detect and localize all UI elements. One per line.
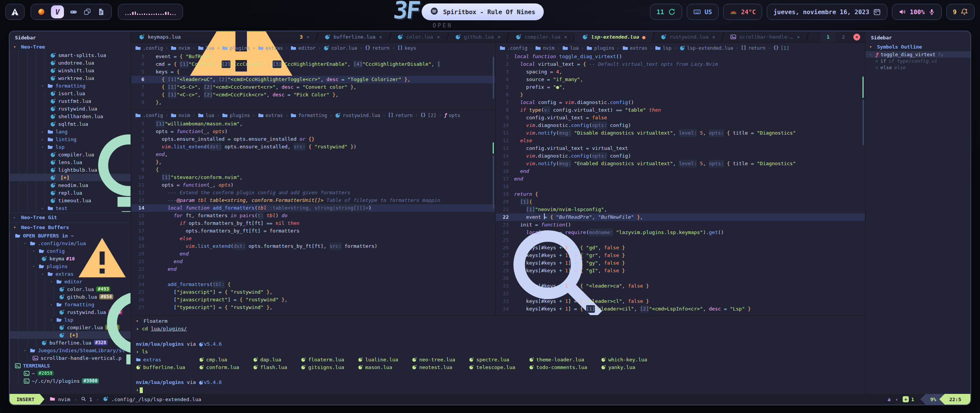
code-line[interactable]: 34 keys[#keys + 1] = { [1]"<leader>cil",… [496,305,865,313]
launcher-button[interactable] [5,4,24,20]
tree-item[interactable]: lsp-extended.lu[+] [10,331,131,339]
chevron-down-icon[interactable]: ▾ [50,302,54,307]
scrollbar[interactable] [493,57,494,99]
code-line[interactable]: 19 vim.list_extend(dst: opts.formatters_… [131,242,495,250]
code-line[interactable]: 15 vim.notify(msg: "Enabled diagnostics … [496,160,865,167]
ls-entry[interactable]: theme-loader.lua [529,356,587,363]
tab-color-lua[interactable]: color.lua× [390,31,448,42]
module-date[interactable]: jueves, noviembre 16, 2023 [767,4,887,20]
breadcrumb-item[interactable]: lsp [655,45,671,51]
breadcrumb-item[interactable]: lua [198,112,214,118]
code-line[interactable]: 13 ---@param tbl table<string, conform.F… [131,197,495,204]
ls-entry[interactable]: flash.lua [253,363,287,371]
tab-close-icon[interactable]: × [307,34,309,40]
editor-pane-lsp-extended-lua[interactable]: .config›nvim›lua›plugins›extras›lsp›lsp-… [496,43,865,315]
statusline-window[interactable]: 1 [81,396,92,403]
workspace-firefox[interactable] [37,8,46,16]
chevron-down-icon[interactable]: ▾ [24,241,28,246]
workspace-windows-stack[interactable] [83,8,91,16]
code-line[interactable]: 17end [496,175,865,183]
tree-item[interactable]: lsp-extended.lu[+] [10,174,131,181]
module-weather[interactable]: 24°C [723,4,763,20]
tree-item[interactable]: ▾Juegos/Indies/SteamLibrary/st [10,346,131,354]
breadcrumb-item[interactable]: rustywind.lua [335,112,380,118]
ls-entry[interactable]: yanky.lua [601,363,647,371]
breadcrumb-item[interactable]: .config [135,112,163,118]
code-line[interactable]: 17 opts.formatters_by_ft[ft] = formatter… [131,227,495,235]
code-line[interactable]: 22 end [131,265,495,273]
code-line[interactable]: 21 end [131,258,495,265]
ls-entry[interactable]: mason.lua [358,363,398,371]
code-line[interactable]: 10 [1]"stevearc/conform.nvim", [131,174,495,181]
module-keyboard-layout[interactable]: US [687,4,719,20]
tab-close-icon[interactable]: × [797,34,800,40]
breadcrumb-item[interactable]: nvim [171,112,190,118]
tree-item[interactable]: rustywind.lua [10,105,131,112]
code-line[interactable]: 32 [496,290,865,298]
ls-entry[interactable]: cmp.lua [199,356,239,363]
workspace-neovim[interactable]: V [51,5,64,18]
ls-entry[interactable]: lualine.lua [358,356,398,363]
code-line[interactable]: 2 local virtual_text = { -- Default virt… [496,60,865,68]
tree-item[interactable]: keymaps.lua#10 [10,255,131,262]
breadcrumb-item[interactable]: []return [388,112,413,118]
breadcrumb-item[interactable]: {}return [365,45,389,51]
chevron-right-icon[interactable]: ▸ [41,130,45,134]
symbols-outline-header[interactable]: ▾ Symbols Outline [866,42,970,51]
close-all-icon[interactable]: × [853,34,860,41]
code-line[interactable]: 19return { [496,190,865,198]
tree-item[interactable]: smart-splits.lua [10,51,131,59]
breadcrumb-item[interactable]: nvim [171,45,190,51]
floaterm-panel[interactable]: ▾ Floaterm › cd lua/plugins/ nvim/lua/pl… [131,315,865,394]
tree-item[interactable]: ▾formatting [10,82,131,89]
scrollbar[interactable] [493,155,494,209]
code-line[interactable]: 15 for ft, formatters in pairs(t: tbl) d… [131,212,495,220]
tab-github-lua[interactable]: github.lua× [448,31,508,42]
tab-close-icon[interactable]: × [712,34,715,40]
code-line[interactable]: 6 { [1]"<leader>uC", [2]"<cmd>CccHighlig… [131,76,495,83]
code-line[interactable]: 3 [1]"williamboman/mason.nvim", [131,120,495,128]
ls-entry[interactable]: bufferline.lua [136,363,185,371]
code-line[interactable]: 24 add_formatters(tbl: { [131,281,495,288]
code-line[interactable]: 25 [496,236,865,244]
code-line[interactable]: 23 init = function() [496,221,865,229]
code-line[interactable]: 20 end [131,250,495,258]
code-line[interactable]: 1local function toggle_diag_virtext() [496,53,865,60]
breadcrumb-item[interactable]: formatting [291,112,327,118]
outline-item[interactable]: ◇elseelse [866,64,970,71]
ls-entry[interactable]: gitsigns.lua [301,363,344,371]
ls-entry[interactable]: conform.lua [199,363,239,371]
code-line[interactable]: 3 event = { "BufRead" }, [131,53,495,60]
chevron-down-icon[interactable]: ▾ [41,272,45,276]
breadcrumb-item[interactable]: {}[1] [773,45,789,51]
code-line[interactable]: 23 [131,273,495,281]
ls-entry[interactable]: dap.lua [253,356,287,363]
section-header-neo-tree-git[interactable]: ▸Neo-Tree Git [10,213,131,222]
code-line[interactable]: 16 end [496,167,865,175]
code-line[interactable]: 26 ["javascriptreact"] = { "rustywind" }… [131,296,495,304]
tree-item[interactable]: scrollbar-handle-vertical.p [10,354,131,362]
workspace-document[interactable] [97,8,105,16]
chevron-down-icon[interactable]: ▾ [41,145,45,149]
code-line[interactable]: 7 local config = vim.diagnostic.config() [496,99,865,106]
tab-close-icon[interactable]: × [379,34,382,40]
code-line[interactable]: 9 }, [131,99,495,106]
tab-close-icon[interactable]: × [498,34,500,40]
breadcrumb-item[interactable]: lua [562,45,579,51]
code-line[interactable]: 20 [1]{ [496,198,865,206]
breadcrumb-item[interactable]: []keys [397,45,416,51]
ls-entry[interactable]: which-key.lua [601,356,647,363]
breadcrumb-item[interactable]: .config [135,45,163,51]
scrollbar[interactable] [862,99,864,145]
breadcrumb-item[interactable]: plugins [222,112,250,118]
code-line[interactable]: 14 vim.diagnostic.config(opts: config) [496,152,865,160]
breadcrumb-item[interactable]: color.lua [323,45,357,51]
tabpage-2[interactable]: 2 [836,31,851,42]
chevron-down-icon[interactable]: ▾ [33,264,36,268]
code-line[interactable]: 16 if opts.formatters_by_ft[ft] == nil t… [131,220,495,227]
breadcrumb-item[interactable]: .config [500,45,528,51]
code-line[interactable]: 5 keys = { [131,68,495,76]
code-line[interactable]: 31 keys[#keys + 1] = { "<leader>ca", fal… [496,282,865,290]
breadcrumb-item[interactable]: plugins [222,45,250,51]
tab-close-icon[interactable]: × [564,34,567,40]
